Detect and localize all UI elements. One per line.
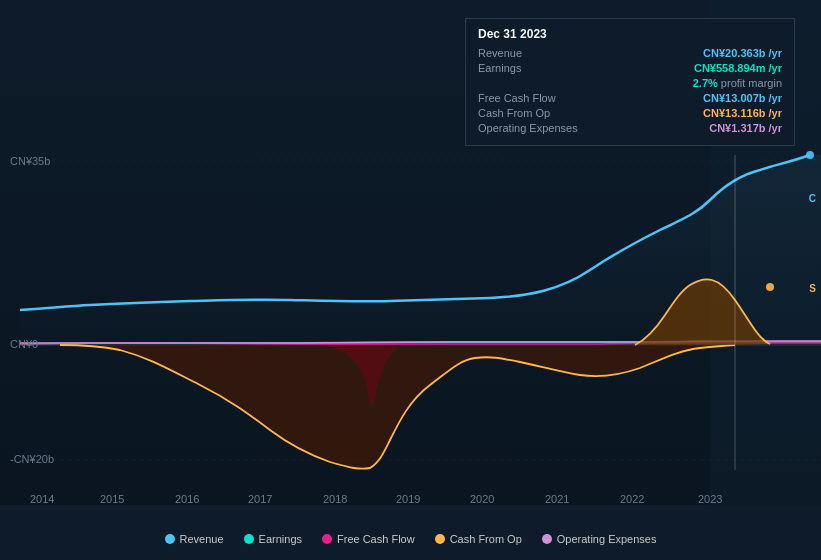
legend-label-cashfromop: Cash From Op [450,533,522,545]
tooltip-row-revenue: Revenue CN¥20.363b /yr [478,47,782,59]
tooltip-label-opex: Operating Expenses [478,122,578,134]
x-label-2017: 2017 [248,493,272,505]
x-label-2019: 2019 [396,493,420,505]
legend-item-cashfromop[interactable]: Cash From Op [435,533,522,545]
tooltip-value-cashfromop: CN¥13.116b /yr [703,107,782,119]
y-label-35b: CN¥35b [10,155,50,167]
x-label-2022: 2022 [620,493,644,505]
legend-label-opex: Operating Expenses [557,533,657,545]
x-label-2014: 2014 [30,493,54,505]
legend-label-revenue: Revenue [180,533,224,545]
legend-dot-cashfromop [435,534,445,544]
svg-point-8 [806,151,814,159]
svg-point-9 [766,283,774,291]
y-label-neg20b: -CN¥20b [10,453,54,465]
tooltip-value-fcf: CN¥13.007b /yr [703,92,782,104]
tooltip-row-opex: Operating Expenses CN¥1.317b /yr [478,122,782,134]
x-label-2023: 2023 [698,493,722,505]
tooltip-date: Dec 31 2023 [478,27,782,41]
x-label-2015: 2015 [100,493,124,505]
tooltip-label-earnings: Earnings [478,62,521,74]
x-label-2016: 2016 [175,493,199,505]
tooltip-value-opex: CN¥1.317b /yr [709,122,782,134]
tooltip-row-fcf: Free Cash Flow CN¥13.007b /yr [478,92,782,104]
tooltip-label-fcf: Free Cash Flow [478,92,556,104]
tooltip-row-cashfromop: Cash From Op CN¥13.116b /yr [478,107,782,119]
x-label-2018: 2018 [323,493,347,505]
tooltip-profit-margin: 2.7% profit margin [478,77,782,89]
tooltip-value-earnings: CN¥558.894m /yr [694,62,782,74]
legend-item-opex[interactable]: Operating Expenses [542,533,657,545]
chart-container: Dec 31 2023 Revenue CN¥20.363b /yr Earni… [0,0,821,560]
tooltip-row-earnings: Earnings CN¥558.894m /yr [478,62,782,74]
right-value-cashfromop: S [809,283,816,294]
x-label-2021: 2021 [545,493,569,505]
x-label-2020: 2020 [470,493,494,505]
tooltip-label-revenue: Revenue [478,47,522,59]
legend-dot-fcf [322,534,332,544]
tooltip-value-revenue: CN¥20.363b /yr [703,47,782,59]
legend-item-fcf[interactable]: Free Cash Flow [322,533,415,545]
legend-label-fcf: Free Cash Flow [337,533,415,545]
y-label-0: CN¥0 [10,338,38,350]
legend-item-earnings[interactable]: Earnings [244,533,302,545]
legend-dot-revenue [165,534,175,544]
legend-dot-opex [542,534,552,544]
legend-label-earnings: Earnings [259,533,302,545]
tooltip-label-cashfromop: Cash From Op [478,107,550,119]
legend-item-revenue[interactable]: Revenue [165,533,224,545]
legend: Revenue Earnings Free Cash Flow Cash Fro… [0,533,821,545]
right-value-revenue: C [809,193,816,204]
tooltip-box: Dec 31 2023 Revenue CN¥20.363b /yr Earni… [465,18,795,146]
legend-dot-earnings [244,534,254,544]
